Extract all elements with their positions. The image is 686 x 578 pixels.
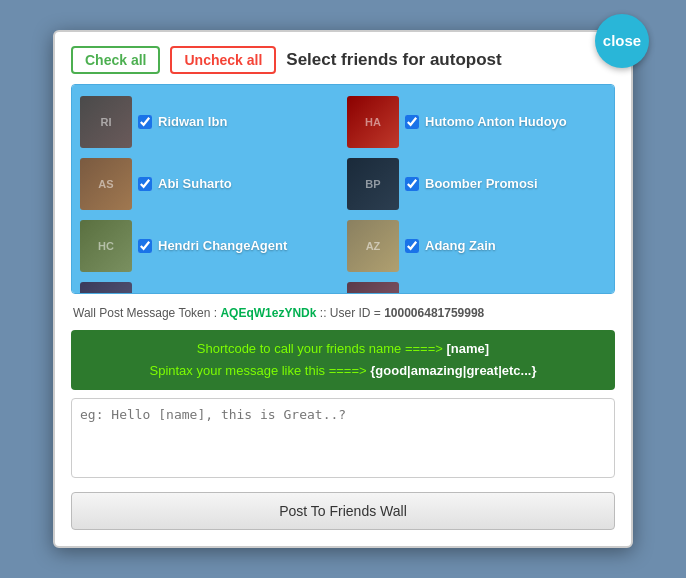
list-item: AZAdang Zain xyxy=(347,217,606,275)
friend-name: Adang Zain xyxy=(425,238,496,253)
friend-name: Abi Suharto xyxy=(158,176,232,191)
close-button[interactable]: close xyxy=(595,14,649,68)
friend-checkbox[interactable] xyxy=(405,177,419,191)
friend-checkbox[interactable] xyxy=(138,177,152,191)
avatar: AS xyxy=(80,158,132,210)
shortcode-line1: Shortcode to call your friends name ====… xyxy=(83,338,603,360)
list-item: ASAbi Suharto xyxy=(80,155,339,213)
avatar: AZ xyxy=(347,220,399,272)
friends-list-container[interactable]: RIRidwan IbnHAHutomo Anton HudoyoASAbi S… xyxy=(71,84,615,294)
select-friends-dialog: close Check all Uncheck all Select frien… xyxy=(53,30,633,548)
avatar: MF xyxy=(347,282,399,294)
list-item: RIRidwan Ibn xyxy=(80,93,339,151)
avatar: HA xyxy=(347,96,399,148)
dialog-title: Select friends for autopost xyxy=(286,50,501,70)
friend-name: Ridwan Ibn xyxy=(158,114,227,129)
avatar: HC xyxy=(80,220,132,272)
friends-grid: RIRidwan IbnHAHutomo Anton HudoyoASAbi S… xyxy=(80,93,606,294)
friend-name: Boomber Promosi xyxy=(425,176,538,191)
friend-checkbox[interactable] xyxy=(405,239,419,253)
token-row: Wall Post Message Token : AQEqW1ezYNDk :… xyxy=(71,302,615,324)
friend-checkbox[interactable] xyxy=(138,239,152,253)
friend-name: Hendri ChangeAgent xyxy=(158,238,287,253)
dialog-header: Check all Uncheck all Select friends for… xyxy=(71,46,615,74)
friend-checkbox[interactable] xyxy=(405,115,419,129)
shortcode-info: Shortcode to call your friends name ====… xyxy=(71,330,615,390)
list-item: MFMarquita Foxworth xyxy=(347,279,606,294)
uncheck-all-button[interactable]: Uncheck all xyxy=(170,46,276,74)
message-input[interactable] xyxy=(71,398,615,478)
post-to-friends-wall-button[interactable]: Post To Friends Wall xyxy=(71,492,615,530)
friend-name: Hutomo Anton Hudoyo xyxy=(425,114,567,129)
check-all-button[interactable]: Check all xyxy=(71,46,160,74)
avatar: RI xyxy=(80,96,132,148)
avatar: OR xyxy=(80,282,132,294)
friend-checkbox[interactable] xyxy=(138,115,152,129)
shortcode-line2: Spintax your message like this ====> {go… xyxy=(83,360,603,382)
avatar: BP xyxy=(347,158,399,210)
list-item: HCHendri ChangeAgent xyxy=(80,217,339,275)
list-item: BPBoomber Promosi xyxy=(347,155,606,213)
list-item: HAHutomo Anton Hudoyo xyxy=(347,93,606,151)
list-item: OROna Rizky II xyxy=(80,279,339,294)
